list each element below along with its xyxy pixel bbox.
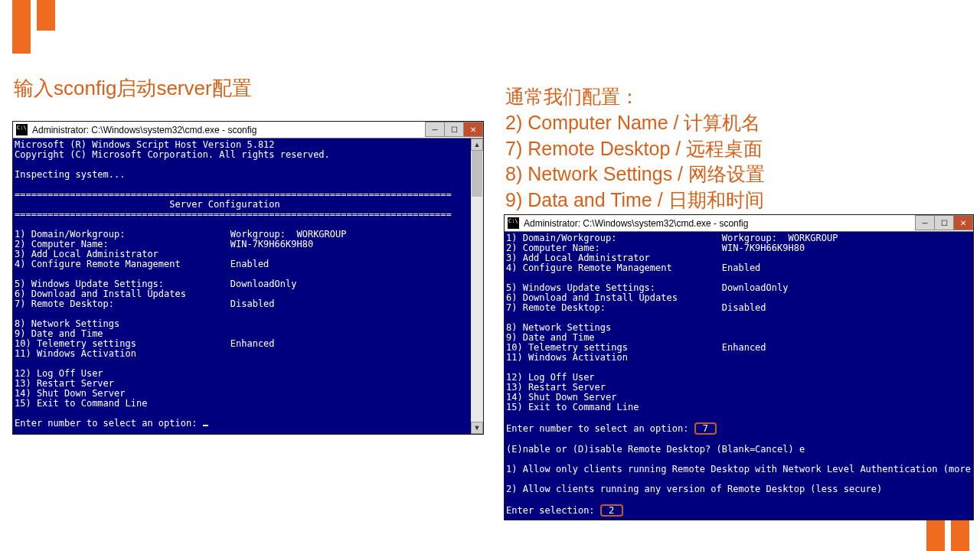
window-title: Administrator: C:\Windows\system32\cmd.e… [32, 125, 426, 135]
scroll-up-icon[interactable]: ▲ [471, 139, 483, 151]
titlebar[interactable]: Administrator: C:\Windows\system32\cmd.e… [13, 122, 483, 139]
window-title: Administrator: C:\Windows\system32\cmd.e… [524, 218, 916, 229]
cmd-window-left: Administrator: C:\Windows\system32\cmd.e… [12, 121, 484, 435]
scroll-down-icon[interactable]: ▼ [471, 422, 483, 434]
cmd-window-right: Administrator: C:\Windows\system32\cmd.e… [504, 214, 974, 520]
slide-heading-left: 输入sconfig启动server配置 [14, 75, 252, 102]
heading-right-intro: 通常我们配置： [505, 84, 765, 110]
close-button[interactable]: ✕ [953, 215, 973, 230]
slide-heading-right: 通常我们配置： 2) Computer Name / 计算机名 7) Remot… [505, 84, 765, 214]
decoration-top-left [12, 0, 70, 55]
minimize-button[interactable]: ─ [915, 215, 935, 230]
highlighted-input: 2 [600, 504, 623, 517]
maximize-button[interactable]: ☐ [934, 215, 954, 230]
cmd-icon [16, 124, 28, 135]
heading-right-item: 2) Computer Name / 计算机名 [505, 110, 765, 136]
minimize-button[interactable]: ─ [425, 122, 445, 137]
heading-right-item: 9) Data and Time / 日期和时间 [505, 187, 765, 214]
titlebar[interactable]: Administrator: C:\Windows\system32\cmd.e… [505, 215, 973, 232]
heading-right-item: 8) Network Settings / 网络设置 [505, 161, 765, 187]
cmd-icon [508, 217, 519, 229]
maximize-button[interactable]: ☐ [444, 122, 464, 137]
heading-right-item: 7) Remote Desktop / 远程桌面 [505, 136, 765, 162]
close-button[interactable]: ✕ [463, 122, 483, 137]
highlighted-input: 7 [694, 422, 717, 435]
terminal-output[interactable]: Microsoft (R) Windows Script Host Versio… [13, 139, 483, 434]
scrollbar[interactable]: ▲ ▼ [471, 139, 483, 434]
terminal-output[interactable]: 1) Domain/Workgroup: Workgroup: WORKGROU… [505, 232, 973, 520]
